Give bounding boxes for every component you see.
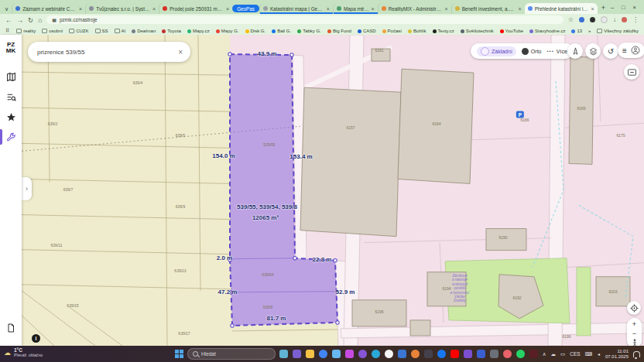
apps-grid-icon[interactable]: ⠿ [5, 28, 10, 34]
browser-tab[interactable]: GeoPas × [232, 5, 259, 12]
tab-close-icon[interactable]: × [327, 6, 330, 12]
browser-menu-icon[interactable]: ⋮ [632, 16, 639, 23]
taskbar-app-icon[interactable] [319, 350, 327, 358]
taskbar-app-icon[interactable] [358, 350, 367, 358]
sidebar-item-search-list[interactable] [0, 87, 22, 107]
taskbar-app-icon[interactable] [279, 350, 288, 358]
home-button[interactable]: ⌂ [38, 16, 42, 24]
hamburger-menu-icon[interactable]: ≡ [622, 46, 627, 55]
bookmark-item[interactable]: reality [16, 29, 36, 33]
tab-search-icon[interactable]: ∨ [5, 6, 9, 12]
touch-keyboard-icon[interactable]: ⌨ [585, 351, 592, 357]
tab-close-icon[interactable]: × [79, 6, 82, 12]
tab-close-icon[interactable]: × [445, 6, 448, 12]
bookmark-item[interactable]: Toyota [162, 29, 181, 33]
start-button[interactable] [175, 350, 183, 358]
bookmark-item[interactable]: Stavyhodne.cz [529, 29, 565, 33]
taskbar-clock[interactable]: 11:01 07.01.2025 [605, 349, 629, 360]
account-icon[interactable] [631, 46, 640, 55]
taskbar-app-icon[interactable] [437, 350, 446, 358]
map-container[interactable]: 43.9 m 154.0 m 153.4 m 539/55, 539/54, 5… [22, 35, 644, 346]
panel-expand-button[interactable]: › [22, 177, 32, 200]
taskbar-weather[interactable]: ☁ 1°C Převáž. oblačno [4, 347, 43, 357]
taskbar-app-icon[interactable] [411, 350, 420, 358]
pzmk-logo[interactable]: PZ MK [6, 42, 15, 54]
browser-tab[interactable]: Záznam z webináře CeMu... × [12, 3, 85, 14]
sidebar-item-tools[interactable] [0, 127, 22, 147]
maximize-button[interactable]: □ [622, 4, 625, 11]
taskbar-app-icon[interactable] [464, 350, 472, 358]
bookmark-item[interactable]: Tabky G. [297, 29, 321, 33]
close-window-button[interactable]: × [633, 4, 636, 11]
basemap-default-option[interactable]: Základní [477, 46, 516, 56]
taskbar-app-icon[interactable] [490, 350, 498, 358]
legend-button[interactable] [624, 64, 639, 80]
minimize-button[interactable]: – [611, 4, 614, 11]
taskbar-app-icon[interactable] [477, 350, 485, 358]
tray-chevron-icon[interactable]: ∧ [543, 351, 546, 357]
address-bar[interactable]: ▦ pzmk.cz/nastroje [46, 15, 564, 24]
site-info-icon[interactable]: ▦ [52, 17, 57, 22]
volume-icon[interactable]: ◄ [597, 352, 601, 357]
taskbar-app-icon[interactable] [372, 350, 380, 358]
extension-icon[interactable] [590, 17, 595, 22]
bookmark-item[interactable]: Bali G. [272, 29, 291, 33]
layers-button[interactable] [585, 43, 601, 59]
profile-avatar[interactable] [622, 17, 627, 22]
reload-button[interactable]: ↻ [28, 16, 33, 24]
bookmark-item[interactable]: osobní [42, 29, 63, 33]
bookmark-item[interactable]: CASD [358, 29, 376, 33]
back-button[interactable]: ← [5, 16, 12, 24]
bookmark-item[interactable]: Bohlík [408, 29, 426, 33]
taskbar-app-icon[interactable] [529, 350, 538, 358]
download-icon[interactable]: ↓ [613, 16, 616, 23]
taskbar-app-icon[interactable] [345, 350, 354, 358]
browser-tab[interactable]: Katastrální mapa | GeoPa... × [259, 3, 333, 14]
bookmark-item[interactable]: AI [115, 29, 126, 33]
sidebar-item-map[interactable] [0, 67, 22, 87]
basemap-more-option[interactable]: ••• Více [546, 49, 567, 54]
notification-bell-icon[interactable] [633, 351, 640, 357]
browser-tab[interactable]: Tvůjznalec s.r.o. | Systém ... × [85, 3, 159, 14]
extension-icon[interactable] [579, 17, 584, 22]
tab-close-icon[interactable]: × [152, 6, 156, 12]
language-indicator[interactable]: CES [570, 351, 580, 357]
all-bookmarks-button[interactable]: Všechny záložky [597, 29, 639, 33]
clear-search-icon[interactable]: × [178, 48, 183, 56]
orientation-button[interactable] [567, 43, 583, 59]
browser-tab[interactable]: Přehledné katastrální info... × [525, 3, 598, 14]
onedrive-cloud-icon[interactable]: ☁ [551, 351, 557, 357]
taskbar-app-icon[interactable] [424, 350, 433, 358]
taskbar-app-icon[interactable] [293, 350, 301, 358]
browser-tab[interactable]: RealityMIX - Administračn... × [378, 3, 451, 14]
bookmark-item[interactable]: Světlotechnik [461, 29, 494, 33]
taskbar-app-icon[interactable] [385, 350, 393, 358]
tab-close-icon[interactable]: × [372, 6, 375, 12]
zoom-out-button[interactable]: − [632, 330, 636, 337]
bookmark-item[interactable]: Mapy.cz [187, 29, 210, 33]
bookmarks-overflow-icon[interactable]: » [588, 29, 591, 33]
pegman-icon[interactable] [632, 339, 638, 346]
taskbar-app-icon[interactable] [398, 350, 406, 358]
bookmark-item[interactable]: Dealman [132, 29, 156, 33]
bookmark-item[interactable]: Mapy G. [216, 29, 239, 33]
bookmark-item[interactable]: Texty.cz [433, 29, 454, 33]
forward-button[interactable]: → [17, 16, 24, 24]
map-info-button[interactable]: i [32, 334, 40, 343]
bookmark-item[interactable]: YouTube [500, 29, 524, 33]
sidebar-item-documents[interactable] [0, 318, 22, 338]
taskbar-app-icon[interactable] [516, 350, 525, 358]
taskbar-search[interactable]: Hledat [187, 348, 276, 360]
tab-close-icon[interactable]: × [226, 6, 229, 12]
bookmark-item[interactable]: SS [95, 29, 108, 33]
taskbar-app-icon[interactable] [306, 350, 314, 358]
sidebar-item-favorites[interactable] [0, 107, 22, 127]
browser-tab[interactable]: Benefit investment, a.s. (v... × [451, 3, 525, 14]
bookmark-item[interactable]: Big Fund [327, 29, 351, 33]
history-button[interactable]: ↺ [603, 43, 618, 59]
bookmark-star-icon[interactable]: ☆ [568, 16, 574, 23]
map-search-box[interactable]: × [28, 42, 190, 62]
taskbar-app-icon[interactable] [450, 350, 459, 358]
display-icon[interactable]: ▭ [560, 351, 565, 357]
basemap-orto-option[interactable]: Orto [522, 48, 542, 55]
